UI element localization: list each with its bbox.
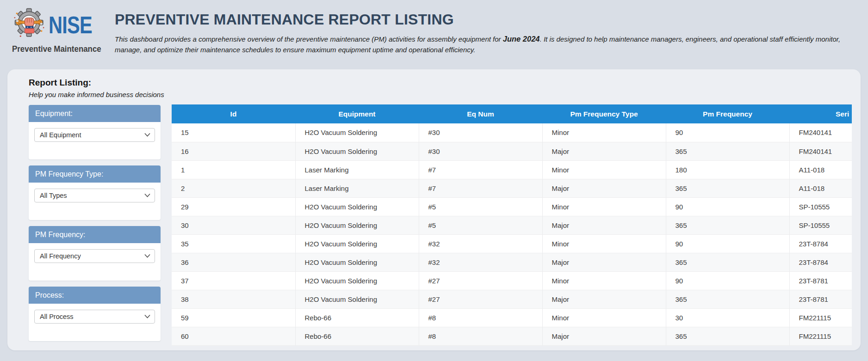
filter-process-header: Process:	[29, 287, 161, 304]
table-cell: Major	[542, 290, 666, 308]
pm-frequency-type-select[interactable]: All Types	[34, 189, 155, 202]
table-cell: 90	[666, 197, 789, 216]
filter-equipment-label: Equipment:	[35, 110, 73, 118]
table-cell: #27	[419, 290, 542, 308]
table-row: 30H2O Vacuum Soldering#5Major365SP-10555	[172, 216, 852, 234]
table-cell: FM221115	[789, 308, 852, 327]
report-heading: Report Listing:	[29, 78, 91, 88]
table-cell: 15	[172, 123, 295, 142]
table-cell: 36	[172, 253, 295, 271]
table-row: 1Laser Marking#7Minor180A11-018	[172, 160, 852, 179]
pm-frequency-select[interactable]: All Frequency	[34, 249, 155, 263]
table-cell: 38	[172, 290, 295, 308]
filter-pm-frequency-type-header: PM Frequency Type:	[29, 165, 161, 183]
table-cell: #5	[419, 197, 542, 216]
table-cell: #8	[419, 327, 542, 345]
table-cell: H2O Vacuum Soldering	[295, 197, 419, 216]
report-table: IdEquipmentEq NumPm Frequency TypePm Fre…	[172, 104, 852, 346]
table-row: 36H2O Vacuum Soldering#32Major36523T-878…	[172, 253, 852, 271]
page-title: PREVENTIVE MAINTENANCE REPORT LISTING	[115, 11, 864, 28]
table-cell: 365	[666, 290, 789, 308]
table-cell: 90	[666, 234, 789, 253]
column-header-pm-frequency: Pm Frequency	[666, 104, 789, 123]
filter-pm-frequency-label: PM Frequency:	[35, 231, 85, 239]
table-cell: #30	[419, 123, 542, 142]
column-header-equipment: Equipment	[295, 104, 419, 123]
table-cell: 23T-8781	[789, 271, 852, 290]
fist-icon	[25, 18, 34, 33]
table-row: 60Rebo-66#8Major365FM221115	[172, 327, 852, 345]
report-period: June 2024	[503, 35, 540, 43]
table-row: 2Laser Marking#7Major365A11-018	[172, 179, 852, 197]
table-cell: 180	[666, 160, 789, 179]
column-header-pm-frequency-type: Pm Frequency Type	[542, 104, 666, 123]
filter-equipment: Equipment: All Equipment	[29, 105, 161, 159]
table-scroll-area[interactable]: IdEquipmentEq NumPm Frequency TypePm Fre…	[172, 104, 852, 346]
table-cell: 365	[666, 327, 789, 345]
table-cell: 90	[666, 271, 789, 290]
filter-pm-frequency-type-label: PM Frequency Type:	[35, 170, 103, 178]
description-text: . It is designed to help maintenance man…	[540, 35, 841, 43]
table-cell: Major	[542, 327, 666, 345]
table-cell: Minor	[542, 160, 666, 179]
table-row: 29H2O Vacuum Soldering#5Minor90SP-10555	[172, 197, 852, 216]
table-row: 59Rebo-66#8Minor30FM221115	[172, 308, 852, 327]
table-cell: Rebo-66	[295, 308, 419, 327]
table-cell: FM240141	[789, 123, 852, 142]
table-row: 35H2O Vacuum Soldering#32Minor9023T-8784	[172, 234, 852, 253]
filter-process: Process: All Process	[29, 287, 161, 341]
column-header-seri: Seri	[789, 104, 852, 123]
table-cell: #5	[419, 216, 542, 234]
brand-name: NISE	[49, 4, 92, 46]
table-cell: #32	[419, 253, 542, 271]
table-cell: H2O Vacuum Soldering	[295, 142, 419, 160]
table-cell: 90	[666, 123, 789, 142]
description-text: manage, and optimize their maintenance s…	[115, 44, 864, 55]
table-cell: #7	[419, 179, 542, 197]
table-cell: #8	[419, 308, 542, 327]
table-cell: FM240141	[789, 142, 852, 160]
process-select[interactable]: All Process	[34, 310, 155, 324]
table-cell: Major	[542, 179, 666, 197]
table-cell: #32	[419, 234, 542, 253]
filter-pm-frequency-type: PM Frequency Type: All Types	[29, 165, 161, 220]
table-cell: 23T-8784	[789, 234, 852, 253]
table-cell: Major	[542, 142, 666, 160]
table-cell: 1	[172, 160, 295, 179]
table-cell: Minor	[542, 123, 666, 142]
table-cell: SP-10555	[789, 216, 852, 234]
table-cell: #30	[419, 142, 542, 160]
gear-wrench-logo-icon	[12, 4, 49, 46]
main-card: Report Listing: Help you make informed b…	[7, 69, 861, 350]
filter-process-label: Process:	[35, 291, 64, 300]
table-cell: Laser Marking	[295, 179, 419, 197]
table-cell: #7	[419, 160, 542, 179]
table-cell: FM221115	[789, 327, 852, 345]
app-header: NISE Preventive Maintenance PREVENTIVE M…	[0, 0, 868, 69]
table-cell: Major	[542, 216, 666, 234]
column-header-eq-num: Eq Num	[419, 104, 542, 123]
table-cell: Minor	[542, 197, 666, 216]
table-cell: 30	[666, 308, 789, 327]
table-cell: 35	[172, 234, 295, 253]
table-cell: H2O Vacuum Soldering	[295, 123, 419, 142]
table-header-row: IdEquipmentEq NumPm Frequency TypePm Fre…	[172, 104, 852, 123]
table-cell: 2	[172, 179, 295, 197]
equipment-select[interactable]: All Equipment	[34, 128, 155, 142]
table-cell: 16	[172, 142, 295, 160]
table-cell: H2O Vacuum Soldering	[295, 216, 419, 234]
filter-pm-frequency: PM Frequency: All Frequency	[29, 226, 161, 281]
table-cell: H2O Vacuum Soldering	[295, 234, 419, 253]
table-row: 16H2O Vacuum Soldering#30Major365FM24014…	[172, 142, 852, 160]
report-subheading: Help you make informed business decision…	[29, 91, 164, 98]
description-text: This dashboard provides a comprehensive …	[115, 35, 503, 43]
table-cell: 37	[172, 271, 295, 290]
table-cell: Laser Marking	[295, 160, 419, 179]
table-cell: Minor	[542, 308, 666, 327]
column-header-id: Id	[172, 104, 295, 123]
filter-pm-frequency-header: PM Frequency:	[29, 226, 161, 243]
table-cell: 59	[172, 308, 295, 327]
table-cell: A11-018	[789, 179, 852, 197]
table-cell: H2O Vacuum Soldering	[295, 271, 419, 290]
table-cell: 365	[666, 179, 789, 197]
